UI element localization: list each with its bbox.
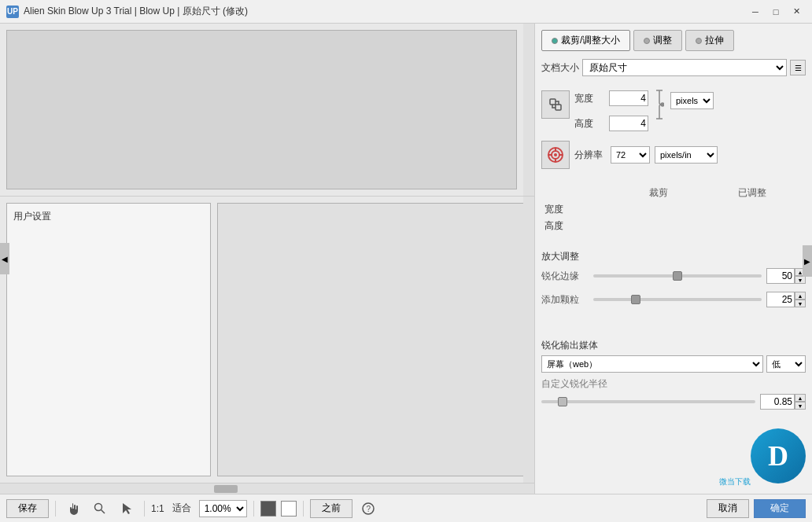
cancel-button[interactable]: 取消: [707, 499, 749, 518]
custom-sharpen-input[interactable]: [760, 394, 795, 410]
custom-sharpen-thumb[interactable]: [558, 397, 567, 406]
add-grain-down[interactable]: ▼: [795, 300, 806, 307]
add-grain-thumb[interactable]: [631, 295, 640, 304]
save-button[interactable]: 保存: [6, 499, 49, 518]
tab-row: 裁剪/调整大小 调整 拉伸: [541, 30, 806, 51]
doc-size-menu-btn[interactable]: ☰: [790, 60, 806, 75]
custom-sharpen-up[interactable]: ▲: [795, 394, 806, 402]
main-content: ◀ 用户设置: [0, 24, 812, 494]
add-grain-up[interactable]: ▲: [795, 292, 806, 300]
minimize-button[interactable]: ─: [746, 4, 765, 20]
custom-sharpen-track[interactable]: [541, 400, 755, 403]
maximize-button[interactable]: □: [766, 4, 785, 20]
watermark-container: D 微当下载: [541, 428, 806, 487]
width-label: 宽度: [574, 92, 606, 105]
height-input[interactable]: [609, 116, 648, 131]
right-arrow[interactable]: ▶: [803, 245, 812, 277]
enlarge-section: 放大调整 锐化边缘 ▲ ▼ 添加颗粒: [541, 250, 806, 315]
preview-main: 用户设置: [0, 24, 534, 494]
sharpen-edges-thumb[interactable]: [673, 271, 682, 281]
bottom-toolbar: 保存 1:1 适合 1.00% 之前 ? 取消 确定: [0, 494, 812, 522]
watermark-text: 微当下载: [719, 476, 751, 487]
sep-2: [144, 501, 145, 516]
swap-icon-button[interactable]: [541, 90, 570, 119]
zoom-dropdown: 1.00%: [199, 500, 247, 517]
scrollbar-right-bottom[interactable]: [523, 197, 534, 483]
svg-line-13: [102, 509, 105, 513]
svg-point-12: [95, 503, 102, 510]
output-media-select[interactable]: 屏幕（web）: [541, 355, 763, 373]
watermark-d: D: [768, 439, 788, 472]
res-row: 分辨率 72 pixels/in: [541, 141, 806, 169]
scrollbar-right-top[interactable]: [523, 24, 534, 196]
crop-height-value: [620, 218, 699, 234]
width-input[interactable]: [609, 90, 648, 106]
left-panel: ◀ 用户设置: [0, 24, 535, 494]
width-row: 宽度: [574, 90, 648, 106]
sharpen-edges-input[interactable]: [766, 268, 795, 284]
svg-point-7: [554, 153, 557, 156]
before-button[interactable]: 之前: [310, 499, 352, 518]
add-grain-track[interactable]: [593, 298, 762, 301]
preview-area: ◀ 用户设置: [0, 24, 534, 494]
title-bar-left: UP Alien Skin Blow Up 3 Trial | Blow Up …: [6, 5, 248, 18]
title-bar-controls: ─ □ ✕: [746, 4, 806, 20]
select-tool-btn[interactable]: [116, 499, 138, 518]
tab-crop[interactable]: 裁剪/调整大小: [541, 30, 630, 51]
sharpen-edges-label: 锐化边缘: [541, 270, 589, 283]
tab-adjust-radio: [644, 38, 650, 44]
bottom-scrollbar[interactable]: [0, 483, 534, 494]
add-grain-btns: ▲ ▼: [795, 292, 806, 307]
hand-tool-btn[interactable]: [62, 499, 84, 518]
sharpen-edges-down[interactable]: ▼: [795, 276, 806, 284]
confirm-button[interactable]: 确定: [754, 499, 806, 518]
help-button[interactable]: ?: [357, 499, 379, 518]
sep-3: [253, 501, 254, 516]
crop-height-label: 高度: [541, 218, 620, 234]
wh-inputs: 宽度 高度: [574, 90, 648, 136]
preview-bottom: 用户设置: [0, 197, 534, 483]
sharpen-edges-track[interactable]: [593, 274, 762, 278]
res-value-select[interactable]: 72: [611, 146, 650, 164]
left-arrow[interactable]: ◀: [0, 243, 9, 274]
height-label: 高度: [574, 117, 606, 130]
height-row: 高度: [574, 116, 648, 131]
zoom-tool-btn[interactable]: [89, 499, 111, 518]
tab-adjust[interactable]: 调整: [633, 30, 682, 51]
preview-top: [0, 24, 534, 197]
app-icon: UP: [6, 6, 19, 18]
zoom-select[interactable]: 1.00%: [199, 500, 247, 517]
tab-stretch[interactable]: 拉伸: [685, 30, 734, 51]
doc-size-select[interactable]: 原始尺寸: [582, 59, 787, 76]
svg-point-4: [661, 103, 664, 106]
custom-sharpen-down[interactable]: ▼: [795, 402, 806, 410]
res-unit-select[interactable]: pixels/in: [655, 146, 718, 164]
crop-height-row: 高度: [541, 218, 806, 234]
watermark-circle: D: [751, 428, 806, 483]
scrollbar-thumb[interactable]: [214, 485, 238, 493]
unit-select[interactable]: pixels: [670, 92, 714, 109]
add-grain-input[interactable]: [766, 292, 795, 307]
output-level-select[interactable]: 低: [766, 355, 806, 373]
svg-text:?: ?: [366, 505, 371, 513]
unit-section: pixels: [670, 92, 714, 136]
enlarge-title: 放大调整: [541, 250, 806, 263]
res-label: 分辨率: [574, 149, 606, 162]
adjusted-col-header: 已调整: [698, 185, 806, 201]
right-panel: 裁剪/调整大小 调整 拉伸 文档大小 原始尺寸 ☰: [535, 24, 812, 494]
color-swatch-white[interactable]: [281, 501, 297, 516]
doc-size-label: 文档大小: [541, 61, 579, 75]
crop-table: 裁剪 已调整 宽度 高度: [541, 185, 806, 234]
title-text: Alien Skin Blow Up 3 Trial | Blow Up | 原…: [24, 5, 248, 18]
fit-label: 适合: [169, 502, 194, 515]
color-swatch-dark[interactable]: [260, 501, 276, 516]
close-button[interactable]: ✕: [787, 4, 806, 20]
adjusted-height-value: [698, 218, 806, 234]
res-icon-btn[interactable]: [541, 141, 570, 169]
sharpen-edges-spinner: ▲ ▼: [766, 268, 806, 284]
tab-crop-radio: [552, 38, 558, 44]
custom-sharpen-row: 自定义锐化半径: [541, 377, 806, 391]
sep-1: [55, 501, 56, 516]
preview-box-top: [6, 30, 517, 189]
add-grain-label: 添加颗粒: [541, 293, 589, 307]
